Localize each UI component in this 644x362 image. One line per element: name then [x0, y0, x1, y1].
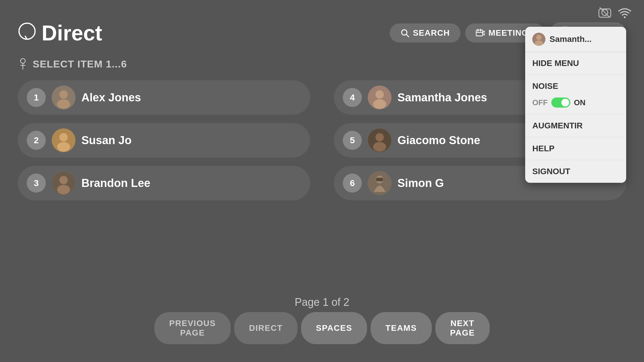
bottom-nav: PREVIOUS PAGE DIRECT SPACES TEAMS NEXT P…	[154, 312, 490, 344]
next-page-label: NEXT PAGE	[450, 319, 475, 337]
contact-item-2[interactable]: 2 Susan Jo	[18, 123, 310, 158]
select-label: SELECT ITEM 1...6	[18, 58, 127, 70]
select-label-text: SELECT ITEM 1...6	[33, 58, 127, 70]
camera-off-icon	[598, 6, 611, 22]
teams-button[interactable]: TEAMS	[371, 312, 432, 344]
help-item[interactable]: HELP	[525, 137, 626, 160]
svg-point-30	[59, 176, 68, 184]
next-page-button[interactable]: NEXT PAGE	[435, 312, 490, 344]
dropdown-username: Samanth...	[550, 34, 592, 44]
contact-avatar-3	[52, 171, 75, 195]
search-label: SEARCH	[413, 28, 450, 38]
contact-avatar-2	[52, 128, 75, 152]
teams-label: TEAMS	[386, 323, 417, 333]
svg-point-21	[375, 90, 384, 99]
contact-name-3: Brandon Lee	[81, 177, 150, 190]
noise-section: NOISE OFF ON	[525, 75, 626, 114]
top-bar	[598, 6, 632, 22]
noise-toggle[interactable]	[551, 97, 570, 108]
direct-message-icon	[18, 22, 36, 44]
previous-page-label: PREVIOUS PAGE	[169, 319, 216, 337]
noise-label: NOISE	[525, 75, 626, 97]
dropdown-avatar	[532, 33, 545, 46]
title-area: Direct	[18, 21, 102, 45]
noise-on-label: ON	[574, 98, 585, 107]
svg-point-3	[624, 16, 626, 18]
hide-menu-item[interactable]: HIDE MENU	[525, 52, 626, 75]
svg-rect-34	[376, 178, 383, 181]
svg-rect-7	[476, 30, 483, 36]
svg-point-31	[57, 185, 70, 194]
svg-point-14	[20, 59, 25, 63]
previous-page-button[interactable]: PREVIOUS PAGE	[154, 312, 231, 344]
augmentir-item[interactable]: AUGMENTIR	[525, 114, 626, 137]
svg-point-22	[373, 99, 386, 109]
contact-number-4: 4	[343, 88, 362, 107]
svg-point-28	[373, 142, 386, 152]
contact-number-1: 1	[27, 88, 46, 107]
spaces-button[interactable]: SPACES	[301, 312, 367, 344]
page-title: Direct	[42, 21, 102, 45]
contact-item-1[interactable]: 1 Alex Jones	[18, 80, 310, 115]
svg-point-36	[536, 35, 542, 40]
svg-point-25	[57, 142, 70, 152]
direct-button[interactable]: DIRECT	[234, 312, 297, 344]
svg-point-18	[59, 90, 68, 99]
noise-toggle-row: OFF ON	[525, 97, 626, 114]
signout-item[interactable]: SIGNOUT	[525, 160, 626, 183]
contact-number-2: 2	[27, 131, 46, 150]
svg-point-19	[57, 99, 70, 109]
contact-avatar-4	[368, 86, 392, 109]
page-indicator: Page 1 of 2	[295, 296, 349, 309]
contact-name-1: Alex Jones	[81, 91, 141, 104]
contact-avatar-1	[52, 86, 75, 109]
spaces-label: SPACES	[316, 323, 352, 333]
svg-point-4	[19, 23, 35, 39]
wifi-icon	[617, 7, 632, 21]
direct-label: DIRECT	[249, 323, 282, 333]
dropdown-menu: Samanth... HIDE MENU NOISE OFF ON AUGMEN…	[525, 27, 626, 183]
contact-avatar-6	[368, 171, 392, 195]
svg-point-24	[59, 133, 68, 141]
contact-item-3[interactable]: 3 Brandon Lee	[18, 166, 310, 200]
contact-avatar-5	[368, 128, 392, 152]
svg-point-27	[375, 133, 384, 141]
contact-number-5: 5	[343, 131, 362, 150]
contact-name-4: Samantha Jones	[397, 91, 487, 104]
dropdown-header: Samanth...	[525, 27, 626, 52]
svg-line-6	[406, 34, 409, 37]
search-button[interactable]: SEARCH	[390, 23, 460, 43]
contact-name-6: Simon G	[397, 177, 444, 190]
noise-off-label: OFF	[532, 98, 548, 107]
contact-number-6: 6	[343, 174, 362, 193]
contact-number-3: 3	[27, 174, 46, 193]
contact-name-2: Susan Jo	[81, 134, 132, 147]
contact-name-5: Giacomo Stone	[397, 134, 480, 147]
